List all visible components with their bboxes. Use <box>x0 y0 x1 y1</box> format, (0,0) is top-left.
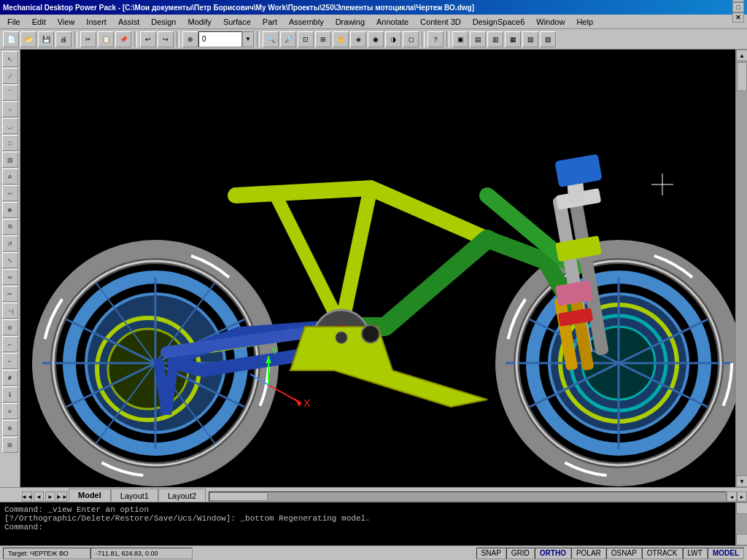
layer-dropdown[interactable]: 0 <box>198 31 242 47</box>
lt-copy2[interactable]: ⧉ <box>2 219 18 235</box>
menu-file[interactable]: File <box>3 16 25 28</box>
lt-rect[interactable]: □ <box>2 135 18 151</box>
lt-fillet[interactable]: ⌐ <box>2 336 18 352</box>
lt-dim[interactable]: ⇿ <box>2 185 18 201</box>
canvas-area[interactable]: X Y <box>20 50 735 487</box>
tb-view3[interactable]: ▥ <box>487 31 503 47</box>
menu-assembly[interactable]: Assembly <box>285 16 328 28</box>
lt-snap[interactable]: ⊕ <box>2 420 18 436</box>
lt-move[interactable]: ✥ <box>2 202 18 218</box>
hscroll-right-button[interactable]: ► <box>737 491 747 502</box>
tb-zoom-win[interactable]: ⊞ <box>315 31 331 47</box>
tb-help[interactable]: ? <box>427 31 444 47</box>
tb-print[interactable]: 🖨 <box>55 31 71 47</box>
restore-button[interactable]: □ <box>732 2 744 12</box>
tb-shade[interactable]: ◑ <box>385 31 401 47</box>
status-ortho[interactable]: ORTHO <box>535 548 571 559</box>
tab-layout1[interactable]: Layout1 <box>111 489 158 502</box>
tab-last-button[interactable]: ►► <box>57 491 67 502</box>
menu-assist[interactable]: Assist <box>114 16 144 28</box>
tb-save[interactable]: 💾 <box>38 31 54 47</box>
svg-text:Y: Y <box>271 345 279 357</box>
menu-part[interactable]: Part <box>258 16 282 28</box>
menu-view[interactable]: View <box>53 16 80 28</box>
status-snap[interactable]: SNAP <box>476 548 506 559</box>
tb-view4[interactable]: ▦ <box>505 31 521 47</box>
tb-zoom-in[interactable]: 🔍 <box>263 31 279 47</box>
scroll-track[interactable] <box>736 61 747 475</box>
tb-open[interactable]: 📂 <box>20 31 36 47</box>
menu-insert[interactable]: Insert <box>82 16 111 28</box>
scroll-thumb[interactable] <box>737 62 747 91</box>
lt-properties[interactable]: ℹ <box>2 386 18 402</box>
status-grid[interactable]: GRID <box>506 548 535 559</box>
lt-offset[interactable]: ⊜ <box>2 319 18 335</box>
lt-hatch[interactable]: ▨ <box>2 152 18 168</box>
tab-bar: ◄◄ ◄ ► ►► Model Layout1 Layout2 ◄ ► <box>0 487 747 502</box>
cmd-scroll-up[interactable]: ▲ <box>736 502 747 514</box>
menu-edit[interactable]: Edit <box>28 16 50 28</box>
tb-zoom-out[interactable]: 🔎 <box>280 31 296 47</box>
lt-chamfer[interactable]: ⌐ <box>2 353 18 369</box>
tab-model[interactable]: Model <box>69 489 111 502</box>
scroll-up-button[interactable]: ▲ <box>736 50 747 61</box>
tb-new[interactable]: 📄 <box>3 31 19 47</box>
tb-copy[interactable]: 📋 <box>98 31 114 47</box>
menu-design[interactable]: Design <box>147 16 180 28</box>
hscroll-left-button[interactable]: ◄ <box>727 491 737 502</box>
lt-polyline[interactable]: ⌒ <box>2 85 18 101</box>
lt-grid[interactable]: ⊞ <box>2 437 18 453</box>
tab-next-button[interactable]: ► <box>45 491 55 502</box>
tb-cut[interactable]: ✂ <box>80 31 96 47</box>
lt-arc[interactable]: ◡ <box>2 118 18 134</box>
lt-text[interactable]: A <box>2 168 18 184</box>
lt-line[interactable]: ／ <box>2 68 18 84</box>
command-area[interactable]: Command: _view Enter an option [?/Orthog… <box>0 502 747 545</box>
menu-help[interactable]: Help <box>572 16 597 28</box>
lt-layer[interactable]: ≡ <box>2 403 18 419</box>
lt-erase[interactable]: ✘ <box>2 370 18 386</box>
lt-select[interactable]: ↖ <box>2 51 18 67</box>
scroll-down-button[interactable]: ▼ <box>736 475 747 487</box>
tb-wire[interactable]: ◻ <box>403 31 419 47</box>
tab-prev-button[interactable]: ◄ <box>34 491 44 502</box>
status-model[interactable]: MODEL <box>708 548 744 559</box>
lt-scale[interactable]: ⤡ <box>2 252 18 268</box>
tb-view5[interactable]: ▧ <box>522 31 538 47</box>
lt-extend[interactable]: →| <box>2 303 18 319</box>
command-line2: [?/Orthographic/Delete/Restore/Save/Ucs/… <box>4 514 743 523</box>
tab-first-button[interactable]: ◄◄ <box>22 491 32 502</box>
lt-circle[interactable]: ○ <box>2 101 18 117</box>
tb-ucs[interactable]: ⊕ <box>182 31 198 47</box>
tb-render[interactable]: ◉ <box>368 31 384 47</box>
tb-3d[interactable]: ◈ <box>350 31 366 47</box>
tb-redo[interactable]: ↪ <box>158 31 174 47</box>
tab-layout2[interactable]: Layout2 <box>158 489 206 502</box>
menu-designspace6[interactable]: DesignSpace6 <box>468 16 530 28</box>
menu-modify[interactable]: Modify <box>183 16 215 28</box>
cmd-scroll-down[interactable]: ▼ <box>736 534 747 545</box>
menu-annotate[interactable]: Annotate <box>372 16 413 28</box>
status-polar[interactable]: POLAR <box>571 548 606 559</box>
status-lwt[interactable]: LWT <box>683 548 708 559</box>
tb-view6[interactable]: ▨ <box>540 31 556 47</box>
close-button[interactable]: ✕ <box>732 12 744 23</box>
lt-trim[interactable]: ✂ <box>2 286 18 302</box>
menu-content3d[interactable]: Content 3D <box>416 16 465 28</box>
tb-pan[interactable]: ✋ <box>333 31 349 47</box>
command-line1: Command: _view Enter an option <box>4 505 743 514</box>
status-otrack[interactable]: OTRACK <box>642 548 683 559</box>
tb-undo[interactable]: ↩ <box>140 31 156 47</box>
tb-zoom-all[interactable]: ⊡ <box>298 31 314 47</box>
tb-paste[interactable]: 📌 <box>115 31 131 47</box>
status-osnap[interactable]: OSNAP <box>606 548 642 559</box>
tb-view2[interactable]: ▤ <box>470 31 486 47</box>
menu-window[interactable]: Window <box>532 16 569 28</box>
lt-mirror[interactable]: ⇔ <box>2 269 18 285</box>
menu-surface[interactable]: Surface <box>219 16 255 28</box>
tb-view1[interactable]: ▣ <box>452 31 468 47</box>
tb-sep5 <box>422 31 425 47</box>
menu-drawing[interactable]: Drawing <box>331 16 369 28</box>
lt-rotate[interactable]: ↺ <box>2 236 18 252</box>
layer-dropdown-arrow[interactable]: ▼ <box>242 31 254 47</box>
